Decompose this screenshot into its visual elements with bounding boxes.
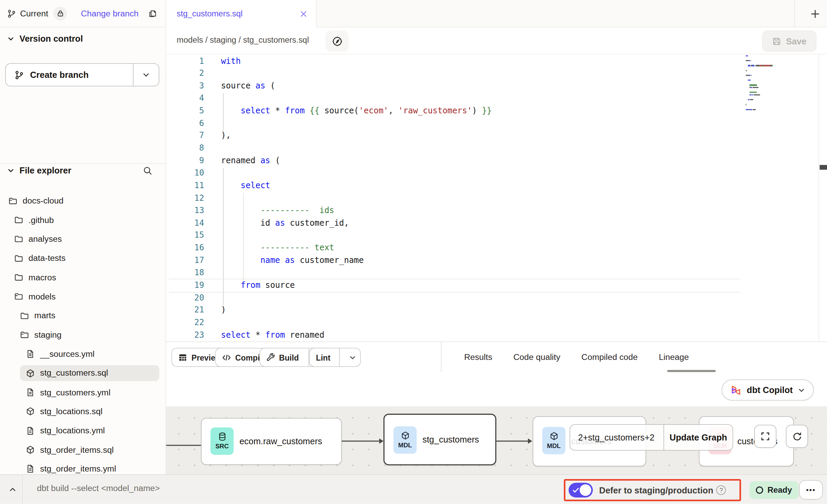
tree-item-stg-order-items-yml[interactable]: stg_order_items.yml <box>0 460 166 475</box>
copilot-compass-button[interactable] <box>325 31 349 52</box>
tree-item-stg-customers-sql[interactable]: stg_customers.sql <box>0 364 166 383</box>
tab-title: stg_customers.sql <box>177 9 243 18</box>
tree-item-label: staging <box>34 330 62 340</box>
code-lines[interactable]: 1with23source as (45 select * from {{ so… <box>166 55 827 341</box>
line-number: 2 <box>166 68 204 80</box>
line-number: 15 <box>166 229 204 242</box>
tree-item-analyses[interactable]: analyses <box>0 229 166 249</box>
save-button[interactable]: Save <box>762 31 816 52</box>
tree-item--sources-yml[interactable]: __sources.yml <box>0 345 166 364</box>
refresh-button[interactable] <box>786 425 808 448</box>
search-icon[interactable] <box>143 166 152 175</box>
sidebar: Current Change branch Version control <box>0 0 166 474</box>
change-branch-link[interactable]: Change branch <box>81 9 139 18</box>
file-icon <box>26 388 35 397</box>
code-line-12[interactable]: 12 <box>166 192 827 205</box>
collapse-panel-button[interactable] <box>5 482 20 497</box>
version-control-header[interactable]: Version control <box>8 34 83 44</box>
code-line-8[interactable]: 8 <box>166 142 827 155</box>
tree-item-label: macros <box>28 273 56 282</box>
code-line-21[interactable]: 21) <box>166 304 827 317</box>
close-tab-icon[interactable] <box>300 10 308 18</box>
code-line-11[interactable]: 11 select <box>166 180 827 192</box>
file-explorer-header[interactable]: File explorer <box>8 166 159 176</box>
code-line-15[interactable]: 15 <box>166 229 827 242</box>
code-line-18[interactable]: 18 <box>166 267 827 279</box>
create-branch-main[interactable]: Create branch <box>6 64 133 86</box>
folder-open-icon <box>14 292 23 301</box>
code-line-5[interactable]: 5 select * from {{ source('ecom', 'raw_c… <box>166 105 827 117</box>
section-divider <box>0 163 166 164</box>
create-branch-button[interactable]: Create branch <box>5 63 159 86</box>
new-tab-button[interactable] <box>805 4 825 23</box>
code-line-13[interactable]: 13 ---------- ids <box>166 205 827 217</box>
tab-lineage[interactable]: Lineage <box>659 353 689 362</box>
line-number: 23 <box>166 329 204 341</box>
tab-code-quality[interactable]: Code quality <box>513 353 560 362</box>
line-number: 19 <box>166 279 204 292</box>
code-line-2[interactable]: 2 <box>166 68 827 80</box>
code-line-6[interactable]: 6 <box>166 117 827 130</box>
tree-item-models[interactable]: models <box>0 287 166 306</box>
code-text <box>204 143 221 153</box>
tree-item-staging[interactable]: staging <box>0 325 166 345</box>
code-line-16[interactable]: 16 ---------- text <box>166 242 827 254</box>
copy-icon[interactable] <box>148 9 157 18</box>
lineage-selector-input[interactable]: 2+stg_customers+2 <box>570 432 663 442</box>
code-line-14[interactable]: 14 id as customer_id, <box>166 217 827 229</box>
code-line-19[interactable]: 19 from source <box>166 279 827 292</box>
tab-results[interactable]: Results <box>464 353 492 362</box>
help-icon[interactable]: ? <box>716 485 726 495</box>
code-line-23[interactable]: 23select * from renamed <box>166 329 827 341</box>
code-line-22[interactable]: 22 <box>166 317 827 329</box>
code-line-9[interactable]: 9renamed as ( <box>166 155 827 167</box>
tree-item-marts[interactable]: marts <box>0 306 166 325</box>
create-branch-dropdown[interactable] <box>133 64 159 86</box>
update-graph-button[interactable]: Update Graph <box>664 432 733 442</box>
tree-item-stg-customers-yml[interactable]: stg_customers.yml <box>0 383 166 402</box>
model-badge: MDL <box>393 426 417 454</box>
tree-item-stg-locations-yml[interactable]: stg_locations.yml <box>0 421 166 440</box>
chevron-up-icon <box>9 486 16 493</box>
minimap[interactable] <box>745 55 819 114</box>
code-line-4[interactable]: 4 <box>166 93 827 105</box>
fullscreen-button[interactable] <box>754 425 776 448</box>
lock-icon <box>57 10 64 17</box>
lineage-node-source[interactable]: SRC ecom.raw_customers <box>201 418 342 465</box>
tab-stg-customers-sql[interactable]: stg_customers.sql <box>166 0 316 27</box>
command-input[interactable]: dbt build --select <model_name> <box>37 484 160 493</box>
code-editor[interactable]: 1with23source as (45 select * from {{ so… <box>166 54 827 341</box>
code-text <box>204 118 221 128</box>
tree-item-label: marts <box>34 311 55 321</box>
lineage-canvas[interactable]: SRC ecom.raw_customers MDL stg_customers… <box>166 406 827 474</box>
branch-bar: Current Change branch <box>0 0 166 27</box>
code-line-1[interactable]: 1with <box>166 55 827 67</box>
tree-item-stg-locations-sql[interactable]: stg_locations.sql <box>0 402 166 421</box>
code-line-20[interactable]: 20 <box>166 292 827 304</box>
line-number: 5 <box>166 105 204 117</box>
status-circle-icon <box>756 487 763 494</box>
tab-compiled-code[interactable]: Compiled code <box>581 353 638 362</box>
code-line-7[interactable]: 7), <box>166 130 827 142</box>
scrollbar-thumb[interactable] <box>819 165 827 170</box>
dbt-copilot-button[interactable]: dbt Copilot <box>721 379 814 401</box>
check-icon <box>572 487 580 493</box>
defer-toggle[interactable] <box>569 483 593 498</box>
lineage-node-stg-customers[interactable]: MDL stg_customers <box>383 414 496 465</box>
tree-item-macros[interactable]: macros <box>0 268 166 287</box>
tree-item-data-tests[interactable]: data-tests <box>0 249 166 268</box>
tree-item-label: data-tests <box>28 254 65 263</box>
code-line-10[interactable]: 10 <box>166 167 827 180</box>
status-bar: dbt build --select <model_name> Defer to… <box>0 474 827 504</box>
code-line-17[interactable]: 17 name as customer_name <box>166 254 827 267</box>
node-label: ecom.raw_customers <box>240 418 322 464</box>
line-number: 18 <box>166 267 204 280</box>
tree-item--github[interactable]: .github <box>0 210 166 229</box>
chevron-down-icon <box>349 354 356 361</box>
tree-item-stg-order-items-sql[interactable]: stg_order_items.sql <box>0 440 166 459</box>
more-options-button[interactable]: ••• <box>799 480 823 500</box>
tree-item-docs-cloud[interactable]: docs-cloud <box>0 191 166 210</box>
lint-dropdown[interactable] <box>344 354 360 361</box>
lint-button[interactable]: Lint <box>309 348 361 367</box>
code-line-3[interactable]: 3source as ( <box>166 80 827 92</box>
